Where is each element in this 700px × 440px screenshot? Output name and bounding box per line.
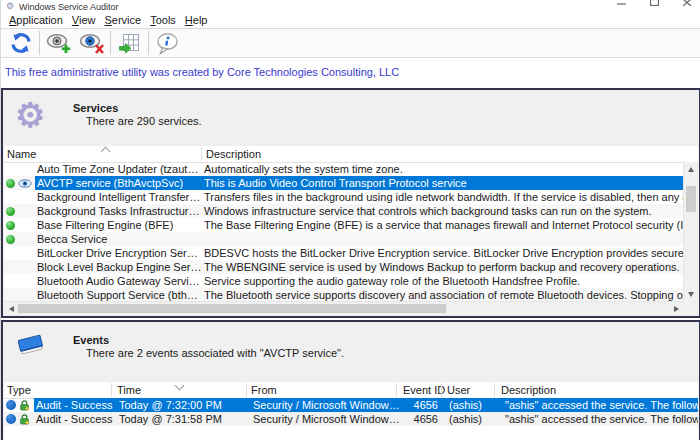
service-row[interactable]: AVCTP service (BthAvctpSvc)This is Audio… xyxy=(4,176,683,190)
service-row[interactable]: Block Level Backup Engine Service (wb...… xyxy=(4,260,683,274)
maximize-icon[interactable] xyxy=(650,0,659,6)
event-row-icons xyxy=(4,412,34,426)
add-watch-eye-icon xyxy=(46,32,72,54)
column-header-type[interactable]: Type xyxy=(7,384,31,396)
menu-item-help[interactable]: Help xyxy=(185,14,217,27)
service-name: Background Intelligent Transfer Service … xyxy=(35,190,202,204)
service-row[interactable]: Bluetooth Audio Gateway Service (BTA...S… xyxy=(4,274,683,288)
service-row-icons xyxy=(4,246,35,260)
about-button[interactable] xyxy=(151,30,184,56)
service-row-icons xyxy=(4,260,35,274)
column-header-description[interactable]: Description xyxy=(206,148,261,160)
column-separator[interactable] xyxy=(201,147,202,161)
event-type-circle-icon xyxy=(6,400,16,410)
running-status-icon xyxy=(6,179,15,188)
column-separator[interactable] xyxy=(111,383,112,397)
refresh-icon xyxy=(9,31,33,55)
export-grid-button[interactable] xyxy=(113,30,146,56)
services-horizontal-scrollbar[interactable] xyxy=(4,301,683,315)
event-id: 4656 xyxy=(401,398,446,412)
event-from: Security / Microsoft Windows sec... xyxy=(251,412,401,426)
scroll-right-arrow[interactable] xyxy=(669,302,683,315)
scroll-up-arrow[interactable] xyxy=(684,162,698,176)
event-row[interactable]: Audit - SuccessToday @ 7:32:00 PMSecurit… xyxy=(4,398,698,412)
event-type-circle-icon xyxy=(6,414,16,424)
close-icon[interactable] xyxy=(683,0,692,6)
service-description: The WBENGINE service is used by Windows … xyxy=(202,260,683,274)
events-title: Events xyxy=(73,334,109,346)
up-triangle-icon xyxy=(688,167,694,172)
service-description: BDESVC hosts the BitLocker Drive Encrypt… xyxy=(202,246,683,260)
vertical-scroll-thumb[interactable] xyxy=(686,186,696,212)
services-vertical-scrollbar[interactable] xyxy=(683,162,698,301)
refresh-button[interactable] xyxy=(4,30,37,56)
service-row-icons xyxy=(4,288,35,301)
services-title: Services xyxy=(73,102,118,114)
scrollbar-corner xyxy=(683,301,698,315)
remove-watch-eye-icon xyxy=(79,32,105,54)
scroll-left-arrow[interactable] xyxy=(4,302,18,315)
menu-item-tools[interactable]: Tools xyxy=(150,14,185,27)
window-title: Windows Service Auditor xyxy=(19,2,119,12)
service-row[interactable]: Base Filtering Engine (BFE)The Base Filt… xyxy=(4,218,683,232)
service-description: Service supporting the audio gateway rol… xyxy=(202,274,683,288)
event-from: Security / Microsoft Windows sec... xyxy=(251,398,401,412)
service-name: Bluetooth Support Service (bthserv) xyxy=(35,288,202,301)
title-bar: ⚙ Windows Service Auditor xyxy=(1,0,700,13)
event-id: 4656 xyxy=(401,412,446,426)
service-description xyxy=(202,232,683,246)
minimize-icon[interactable] xyxy=(617,0,626,6)
service-row[interactable]: Background Intelligent Transfer Service … xyxy=(4,190,683,204)
service-description: Windows infrastructure service that cont… xyxy=(202,204,683,218)
banner-link[interactable]: This free administrative utility was cre… xyxy=(5,66,399,78)
service-row-icons xyxy=(4,218,35,232)
event-row-icons xyxy=(4,398,34,412)
event-row[interactable]: Audit - SuccessToday @ 7:31:58 PMSecurit… xyxy=(4,412,698,426)
horizontal-scroll-thumb[interactable] xyxy=(18,304,446,313)
add-watch-button[interactable] xyxy=(42,30,75,56)
service-name: Auto Time Zone Updater (tzautoupdate) xyxy=(35,162,202,176)
services-table: Name Description Auto Time Zone Updater … xyxy=(4,146,698,315)
menu-item-service[interactable]: Service xyxy=(104,14,150,27)
column-separator[interactable] xyxy=(441,383,442,397)
column-header-event-id[interactable]: Event ID xyxy=(403,384,445,396)
service-row-icons xyxy=(4,176,35,190)
events-count: There are 2 events associated with "AVCT… xyxy=(86,347,344,359)
service-row-icons xyxy=(4,190,35,204)
down-triangle-icon xyxy=(688,292,694,297)
event-description: "ashis" accessed the service. The follow… xyxy=(501,412,698,426)
window-controls xyxy=(617,0,692,6)
menu-item-application[interactable]: Application xyxy=(9,14,72,27)
service-row[interactable]: BitLocker Drive Encryption Service (BDE.… xyxy=(4,246,683,260)
service-row[interactable]: Bluetooth Support Service (bthserv)The B… xyxy=(4,288,683,301)
column-header-name[interactable]: Name xyxy=(7,148,36,160)
menu-item-view[interactable]: View xyxy=(72,14,105,27)
service-name: Block Level Backup Engine Service (wb... xyxy=(35,260,202,274)
scroll-down-arrow[interactable] xyxy=(684,287,698,301)
event-time: Today @ 7:31:58 PM xyxy=(116,412,251,426)
column-header-from[interactable]: From xyxy=(251,384,277,396)
sort-descending-icon xyxy=(175,381,185,391)
column-separator[interactable] xyxy=(246,383,247,397)
export-grid-icon xyxy=(118,31,142,55)
service-row[interactable]: Auto Time Zone Updater (tzautoupdate)Aut… xyxy=(4,162,683,176)
column-separator[interactable] xyxy=(396,383,397,397)
service-description: This is Audio Video Control Transport Pr… xyxy=(202,176,683,190)
remove-watch-button[interactable] xyxy=(75,30,108,56)
service-row[interactable]: Background Tasks Infrastructure Service.… xyxy=(4,204,683,218)
toolbar-separator xyxy=(148,31,149,55)
service-description: The Bluetooth service supports discovery… xyxy=(202,288,683,301)
app-icon: ⚙ xyxy=(6,2,14,11)
column-header-time[interactable]: Time xyxy=(117,384,141,396)
window-service-auditor: ⚙ Windows Service Auditor ApplicationVie… xyxy=(0,0,700,440)
audit-success-lock-icon xyxy=(19,400,30,411)
service-name: BitLocker Drive Encryption Service (BDE.… xyxy=(35,246,202,260)
watched-eye-icon xyxy=(18,179,32,188)
running-status-icon xyxy=(6,207,15,216)
toolbar-separator xyxy=(39,31,40,55)
service-row[interactable]: Becca Service xyxy=(4,232,683,246)
column-header-user[interactable]: User xyxy=(447,384,470,396)
column-separator[interactable] xyxy=(494,383,495,397)
audit-success-lock-icon xyxy=(19,414,30,425)
column-header-description[interactable]: Description xyxy=(501,384,556,396)
